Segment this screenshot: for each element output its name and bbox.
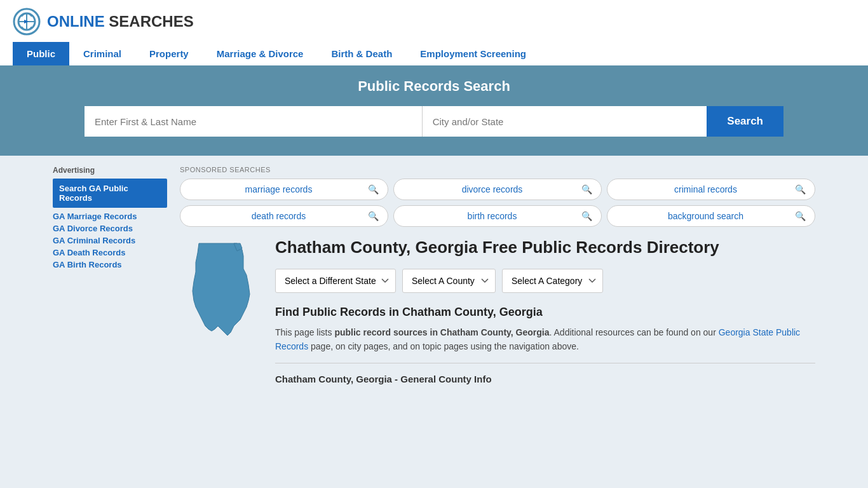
sponsored-item-background[interactable]: background search 🔍	[607, 205, 815, 227]
nav-item-public[interactable]: Public	[13, 42, 69, 65]
sidebar-ad-item[interactable]: Search GA Public Records	[53, 179, 167, 208]
sidebar-link-death[interactable]: GA Death Records	[53, 248, 167, 257]
main-wrapper: Advertising Search GA Public Records GA …	[40, 156, 828, 395]
content-area: SPONSORED SEARCHES marriage records 🔍 di…	[180, 166, 815, 384]
general-info-title: Chatham County, Georgia - General County…	[275, 370, 815, 384]
logo-icon	[13, 8, 41, 36]
header: ONLINE SEARCHES Public Criminal Property…	[0, 0, 868, 65]
search-icon-death: 🔍	[368, 211, 379, 221]
search-icon-divorce: 🔍	[581, 184, 592, 194]
sponsored-item-marriage[interactable]: marriage records 🔍	[180, 179, 388, 200]
main-nav: Public Criminal Property Marriage & Divo…	[13, 42, 855, 65]
logo-online: ONLINE	[47, 13, 105, 30]
dropdowns-row: Select a Different State Select A County…	[275, 269, 815, 293]
sponsored-grid: marriage records 🔍 divorce records 🔍 cri…	[180, 179, 815, 227]
state-dropdown[interactable]: Select a Different State	[275, 269, 396, 293]
directory-section: Chatham County, Georgia Free Public Reco…	[180, 237, 815, 384]
sponsored-label: SPONSORED SEARCHES	[180, 166, 815, 173]
sidebar-ad-label: Advertising	[53, 166, 167, 175]
find-description: This page lists public record sources in…	[275, 325, 815, 354]
hero-section: Public Records Search Search	[0, 65, 868, 156]
category-dropdown[interactable]: Select A Category	[502, 269, 603, 293]
sidebar-link-divorce[interactable]: GA Divorce Records	[53, 224, 167, 233]
name-search-input[interactable]	[85, 106, 423, 137]
sponsored-item-criminal[interactable]: criminal records 🔍	[607, 179, 815, 200]
sponsored-item-divorce[interactable]: divorce records 🔍	[393, 179, 602, 200]
search-icon-background: 🔍	[795, 211, 806, 221]
sidebar-link-marriage[interactable]: GA Marriage Records	[53, 212, 167, 221]
search-icon-criminal: 🔍	[795, 184, 806, 194]
logo-area: ONLINE SEARCHES	[13, 8, 855, 36]
nav-item-criminal[interactable]: Criminal	[69, 42, 135, 65]
hero-title: Public Records Search	[25, 78, 843, 95]
search-bar: Search	[85, 106, 783, 137]
directory-title: Chatham County, Georgia Free Public Reco…	[275, 237, 815, 259]
state-map	[180, 237, 262, 384]
county-dropdown[interactable]: Select A County	[402, 269, 496, 293]
georgia-map-svg	[180, 237, 256, 339]
logo-text: ONLINE SEARCHES	[47, 13, 194, 30]
search-button[interactable]: Search	[707, 106, 783, 137]
nav-item-property[interactable]: Property	[135, 42, 203, 65]
sidebar-link-criminal[interactable]: GA Criminal Records	[53, 236, 167, 245]
find-title: Find Public Records in Chatham County, G…	[275, 306, 815, 319]
sidebar: Advertising Search GA Public Records GA …	[53, 166, 167, 384]
directory-content: Chatham County, Georgia Free Public Reco…	[275, 237, 815, 384]
nav-item-marriage-divorce[interactable]: Marriage & Divorce	[203, 42, 318, 65]
search-icon-birth: 🔍	[581, 211, 592, 221]
search-icon-marriage: 🔍	[368, 184, 379, 194]
sidebar-link-birth[interactable]: GA Birth Records	[53, 260, 167, 269]
sponsored-item-birth[interactable]: birth records 🔍	[393, 205, 602, 227]
nav-item-birth-death[interactable]: Birth & Death	[317, 42, 406, 65]
logo-searches: SEARCHES	[109, 13, 193, 30]
section-divider	[275, 363, 815, 363]
sponsored-item-death[interactable]: death records 🔍	[180, 205, 388, 227]
location-search-input[interactable]	[423, 106, 707, 137]
nav-item-employment[interactable]: Employment Screening	[406, 42, 540, 65]
